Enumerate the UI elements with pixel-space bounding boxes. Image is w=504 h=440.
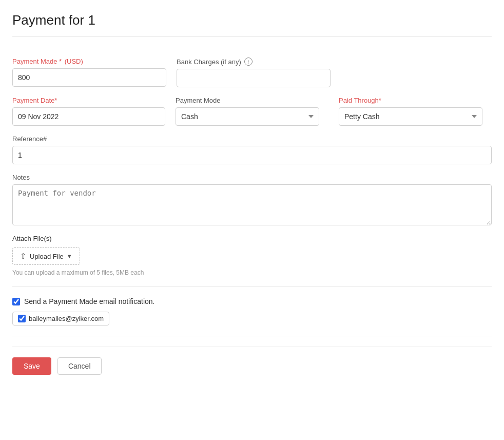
bank-charges-input[interactable] [177, 69, 331, 87]
notes-label: Notes [12, 174, 492, 181]
save-button[interactable]: Save [12, 357, 51, 375]
attach-section: Attach File(s) ⇧ Upload File ▼ You can u… [12, 235, 492, 276]
payment-mode-label: Payment Mode [176, 97, 328, 104]
group-reference: Reference# [12, 135, 492, 164]
payment-date-input[interactable] [12, 107, 165, 126]
page-title: Payment for 1 [12, 12, 492, 37]
divider-1 [12, 286, 492, 287]
file-hint: You can upload a maximum of 5 files, 5MB… [12, 269, 492, 276]
upload-icon: ⇧ [20, 252, 27, 261]
notification-checkbox[interactable] [12, 298, 20, 305]
divider-2 [12, 336, 492, 336]
paid-through-label: Paid Through* [339, 97, 492, 104]
group-bank-charges: Bank Charges (if any) i [177, 58, 331, 87]
payment-date-label: Payment Date* [12, 97, 165, 104]
email-value: baileymailes@zylker.com [29, 315, 104, 322]
reference-input[interactable] [12, 146, 492, 164]
notification-section: Send a Payment Made email notification. … [12, 297, 492, 326]
group-payment-mode: Payment Mode Cash Check Credit Card Bank… [176, 97, 328, 126]
notification-label[interactable]: Send a Payment Made email notification. [24, 297, 154, 305]
email-checkbox-row: baileymailes@zylker.com [12, 312, 492, 326]
payment-mode-select[interactable]: Cash Check Credit Card Bank Transfer [176, 107, 319, 126]
attach-label: Attach File(s) [12, 235, 492, 242]
email-checkbox[interactable] [18, 315, 26, 322]
group-payment-made: Payment Made * (USD) [12, 58, 166, 87]
cancel-button[interactable]: Cancel [57, 357, 102, 375]
group-payment-date: Payment Date* [12, 97, 165, 126]
upload-dropdown-icon: ▼ [67, 253, 72, 259]
group-notes: Notes [12, 174, 492, 225]
group-paid-through: Paid Through* Petty Cash Bank Account Ca… [339, 97, 492, 126]
bank-charges-label-row: Bank Charges (if any) i [177, 58, 331, 66]
bank-charges-label: Bank Charges (if any) [177, 58, 241, 66]
email-badge: baileymailes@zylker.com [12, 312, 109, 326]
paid-through-select[interactable]: Petty Cash Bank Account Cash [339, 107, 482, 126]
page-container: Payment for 1 Payment Made * (USD) Bank … [0, 0, 504, 395]
info-icon: i [244, 58, 253, 66]
row-date-mode-paid: Payment Date* Payment Mode Cash Check Cr… [12, 97, 492, 126]
payment-made-label: Payment Made * (USD) [12, 58, 166, 65]
upload-label: Upload File [30, 253, 64, 260]
action-bar: Save Cancel [12, 347, 492, 375]
payment-made-input[interactable] [12, 68, 166, 87]
form-section: Payment Made * (USD) Bank Charges (if an… [12, 47, 492, 375]
reference-label: Reference# [12, 135, 492, 143]
upload-file-button[interactable]: ⇧ Upload File ▼ [12, 247, 80, 265]
notes-textarea[interactable] [12, 184, 492, 225]
row-payment-bank: Payment Made * (USD) Bank Charges (if an… [12, 58, 492, 87]
notification-checkbox-row: Send a Payment Made email notification. [12, 297, 492, 305]
